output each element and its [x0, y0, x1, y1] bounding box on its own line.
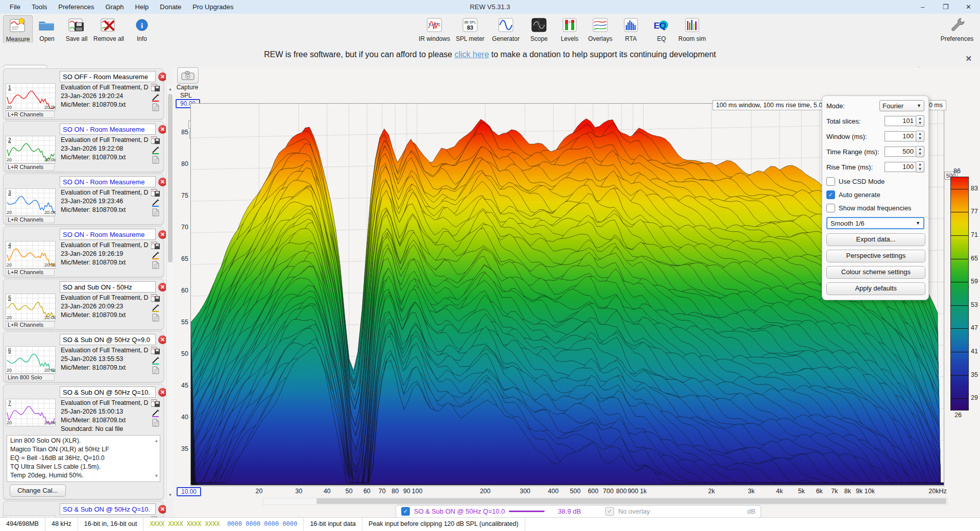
menu-item-file[interactable]: File [4, 0, 26, 14]
scroll-up-icon[interactable]: ▲ [168, 87, 173, 91]
measurement-visible-checkbox[interactable]: ✓ [401, 507, 410, 516]
toolbar-button-measure[interactable]: Measure [3, 15, 33, 43]
menu-item-tools[interactable]: Tools [26, 0, 53, 14]
sidebar-scrollbar[interactable]: ▲ ▼ [166, 86, 174, 498]
spinner-buttons[interactable]: ▲▼ [916, 146, 924, 157]
toolbar-button-overlays[interactable]: Overlays [586, 15, 615, 42]
measurement-card[interactable]: ✕32020.0kL+R ChannelsEvaluation of Full … [3, 174, 164, 225]
trace-colour-icon[interactable] [151, 304, 160, 312]
delete-measurement-icon[interactable]: ✕ [158, 73, 166, 81]
trace-colour-icon[interactable] [151, 146, 160, 154]
measurement-title-field[interactable] [60, 334, 156, 345]
measurement-title-field[interactable] [60, 281, 156, 293]
checkbox-use-csd-mode[interactable] [826, 177, 835, 186]
delete-measurement-icon[interactable]: ✕ [158, 125, 166, 134]
save-measurement-icon[interactable] [151, 399, 160, 407]
trace-colour-icon[interactable] [151, 199, 160, 207]
measurement-title-field[interactable] [60, 124, 156, 135]
trace-colour-icon[interactable] [151, 356, 160, 365]
toolbar-button-room-sim[interactable]: Room sim [678, 15, 706, 42]
measurement-title-field[interactable] [60, 71, 156, 82]
measurement-thumbnail[interactable]: 62020.0kLinn 800 Solo [6, 346, 57, 381]
capture-graph-button[interactable] [177, 67, 199, 84]
toolbar-button-spl-meter[interactable]: dB SPL83SPL meter [453, 15, 487, 42]
notes-icon[interactable] [152, 261, 159, 269]
save-measurement-icon[interactable] [151, 84, 160, 92]
notes-icon[interactable] [152, 103, 159, 111]
save-measurement-icon[interactable] [151, 294, 160, 302]
hscroll-thumb[interactable] [316, 498, 946, 504]
notes-scroll-up-icon[interactable]: ▲ [154, 437, 159, 445]
toolbar-button-scope[interactable]: Scope [525, 15, 553, 42]
measurement-title-field[interactable] [60, 503, 156, 515]
delete-measurement-icon[interactable]: ✕ [158, 178, 166, 186]
notes-icon[interactable] [152, 419, 159, 427]
toolbar-button-eq[interactable]: EQEQ [647, 15, 676, 42]
smoothing-select[interactable]: Smooth 1/6▼ [826, 217, 924, 229]
delete-measurement-icon[interactable]: ✕ [158, 230, 166, 239]
spinner-value-field[interactable]: 101 [885, 116, 916, 126]
notes-icon[interactable] [152, 208, 159, 216]
measurement-thumbnail[interactable]: 22020.0kL+R Channels [6, 136, 57, 171]
checkbox-show-modal-frequencies[interactable] [826, 204, 835, 212]
trace-colour-icon[interactable] [151, 93, 160, 102]
toolbar-button-levels[interactable]: 0Levels [555, 15, 584, 42]
freq-start-limit-field[interactable]: 10.00 [177, 487, 201, 496]
spinner-value-field[interactable]: 100 [885, 131, 916, 141]
measurement-thumbnail[interactable]: 32020.0kL+R Channels [6, 188, 57, 223]
spinner-buttons[interactable]: ▲▼ [916, 115, 924, 127]
toolbar-button-save-all[interactable]: Save all [62, 15, 91, 42]
save-measurement-icon[interactable] [151, 136, 160, 144]
donation-link[interactable]: click here [454, 50, 489, 59]
maximize-button[interactable]: ❐ [934, 0, 957, 14]
measurement-card[interactable]: ✕52020.0kL+R ChannelsEvaluation of Full … [3, 279, 164, 330]
close-button[interactable]: ✕ [957, 0, 980, 14]
graph-horizontal-scrollbar[interactable] [263, 498, 948, 505]
save-measurement-icon[interactable] [151, 347, 160, 355]
measurement-card[interactable]: ✕72020.0kEvaluation of Full Treatment, D… [3, 384, 164, 499]
measurement-card[interactable]: ✕82020.0kEvaluation of Full Treatment, D… [3, 501, 164, 518]
sidebar-scrollbar-thumb[interactable] [168, 94, 173, 262]
panel-button-export-data-[interactable]: Export data... [826, 233, 925, 246]
delete-measurement-icon[interactable]: ✕ [158, 283, 166, 292]
notes-icon[interactable] [152, 366, 159, 374]
measurement-thumbnail[interactable]: 42020.0kL+R Channels [6, 241, 57, 276]
delete-measurement-icon[interactable]: ✕ [158, 505, 166, 514]
toolbar-button-ir-windows[interactable]: IR windows [418, 15, 451, 42]
toolbar-button-generator[interactable]: Generator [489, 15, 523, 42]
measurement-card[interactable]: ✕22020.0kL+R ChannelsEvaluation of Full … [3, 121, 164, 172]
menu-item-pro-upgrades[interactable]: Pro Upgrades [187, 0, 239, 14]
measurement-thumbnail[interactable]: 12020.0kL+R Channels [6, 83, 57, 118]
delete-measurement-icon[interactable]: ✕ [158, 388, 166, 397]
change-cal-button[interactable]: Change Cal... [10, 485, 66, 497]
save-measurement-icon[interactable] [151, 242, 160, 250]
menu-item-graph[interactable]: Graph [100, 0, 129, 14]
trace-colour-icon[interactable] [151, 409, 160, 417]
toolbar-button-remove-all[interactable]: Remove all [92, 15, 126, 42]
toolbar-button-info[interactable]: iInfo [128, 15, 156, 42]
measurement-card[interactable]: ✕12020.0kL+R ChannelsEvaluation of Full … [3, 68, 164, 119]
panel-button-apply-defaults[interactable]: Apply defaults [826, 282, 925, 295]
delete-measurement-icon[interactable]: ✕ [158, 335, 166, 344]
panel-button-colour-scheme-settings[interactable]: Colour scheme settings [826, 266, 925, 279]
menu-item-preferences[interactable]: Preferences [53, 0, 100, 14]
spinner-buttons[interactable]: ▲▼ [916, 131, 924, 142]
measurement-thumbnail[interactable]: 52020.0kL+R Channels [6, 294, 57, 328]
spinner-buttons[interactable]: ▲▼ [916, 161, 924, 173]
toolbar-button-open[interactable]: Open [33, 15, 61, 42]
toolbar-button-preferences[interactable]: Preferences [939, 15, 975, 42]
toolbar-button-rta[interactable]: RTA [617, 15, 645, 42]
measurement-title-field[interactable] [60, 176, 156, 187]
donation-close-icon[interactable]: ✕ [965, 54, 972, 63]
save-measurement-icon[interactable] [151, 189, 160, 197]
menu-item-donate[interactable]: Donate [154, 0, 187, 14]
measurement-title-field[interactable] [60, 387, 156, 398]
measurement-notes[interactable]: Linn 800 Solo ON (XLR).Magico Titan ON (… [7, 435, 160, 482]
panel-button-perspective-settings[interactable]: Perspective settings [826, 250, 925, 262]
minimize-button[interactable]: – [911, 0, 934, 14]
trace-colour-icon[interactable] [151, 251, 160, 259]
checkbox-auto-generate[interactable]: ✓ [826, 190, 835, 199]
overlay-checkbox[interactable]: ✓ [605, 507, 614, 516]
notes-icon[interactable] [152, 156, 159, 164]
notes-scroll-down-icon[interactable]: ▼ [154, 472, 159, 480]
